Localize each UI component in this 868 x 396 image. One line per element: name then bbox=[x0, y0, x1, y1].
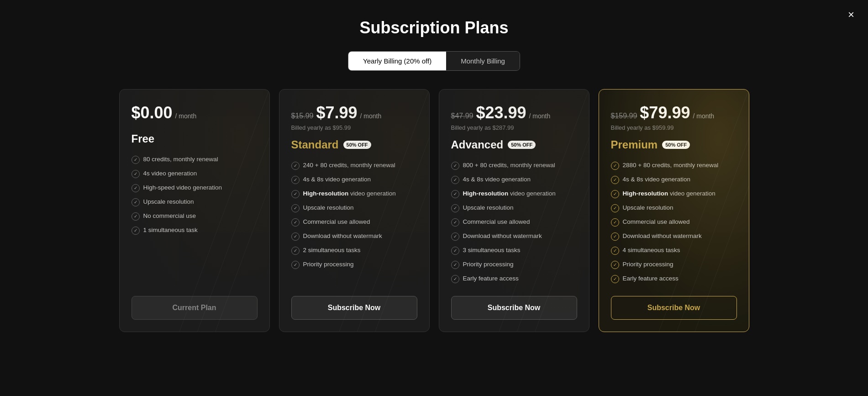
check-icon bbox=[451, 218, 459, 227]
price-main-standard: $7.99 bbox=[316, 103, 357, 122]
list-item: 1 simultaneous task bbox=[132, 226, 258, 235]
discount-badge-standard: 50% OFF bbox=[343, 141, 371, 149]
list-item: 4 simultaneous tasks bbox=[611, 246, 737, 255]
subscribe-button-premium[interactable]: Subscribe Now bbox=[611, 296, 737, 320]
check-icon bbox=[132, 184, 140, 192]
check-icon bbox=[611, 247, 619, 255]
list-item: 4s & 8s video generation bbox=[291, 175, 417, 184]
list-item: Download without watermark bbox=[451, 232, 577, 241]
price-main-free: $0.00 bbox=[132, 103, 173, 122]
feature-text: 3 simultaneous tasks bbox=[463, 246, 521, 255]
list-item: Priority processing bbox=[611, 260, 737, 269]
feature-text: Priority processing bbox=[623, 260, 673, 269]
list-item: Upscale resolution bbox=[611, 204, 737, 212]
plan-name-row-standard: Standard50% OFF bbox=[291, 138, 417, 151]
billing-toggle: Yearly Billing (20% off) Monthly Billing bbox=[348, 51, 520, 71]
price-row-premium: $159.99$79.99/ month bbox=[611, 103, 737, 122]
page-title: Subscription Plans bbox=[359, 18, 508, 37]
feature-text: Download without watermark bbox=[303, 232, 382, 241]
monthly-billing-button[interactable]: Monthly Billing bbox=[446, 52, 520, 70]
plan-card-advanced: $47.99$23.99/ monthBilled yearly as $287… bbox=[439, 89, 589, 332]
feature-text: 4s video generation bbox=[143, 169, 197, 178]
list-item: Commercial use allowed bbox=[451, 218, 577, 227]
check-icon bbox=[451, 261, 459, 269]
plans-container: $0.00/ monthFree80 credits, monthly rene… bbox=[115, 89, 754, 332]
check-icon bbox=[291, 162, 300, 170]
plan-name-advanced: Advanced bbox=[451, 138, 504, 151]
list-item: 4s & 8s video generation bbox=[611, 175, 737, 184]
check-icon bbox=[291, 261, 300, 269]
check-icon bbox=[291, 176, 300, 184]
subscribe-button-advanced[interactable]: Subscribe Now bbox=[451, 296, 577, 320]
list-item: 80 credits, monthly renewal bbox=[132, 155, 258, 164]
list-item: Priority processing bbox=[291, 260, 417, 269]
price-row-free: $0.00/ month bbox=[132, 103, 258, 122]
list-item: High-speed video generation bbox=[132, 184, 258, 192]
check-icon bbox=[291, 190, 300, 198]
price-main-advanced: $23.99 bbox=[476, 103, 526, 122]
feature-text: 1 simultaneous task bbox=[143, 226, 198, 235]
check-icon bbox=[611, 218, 619, 227]
price-period-premium: / month bbox=[693, 112, 714, 120]
feature-text: 800 + 80 credits, monthly renewal bbox=[463, 161, 555, 170]
plan-card-free: $0.00/ monthFree80 credits, monthly rene… bbox=[119, 89, 270, 332]
list-item: 4s video generation bbox=[132, 169, 258, 178]
price-period-standard: / month bbox=[360, 112, 382, 120]
list-item: High-resolution video generation bbox=[451, 190, 577, 198]
feature-text: No commercial use bbox=[143, 212, 196, 221]
list-item: 2 simultaneous tasks bbox=[291, 246, 417, 255]
check-icon bbox=[611, 232, 619, 241]
check-icon bbox=[451, 232, 459, 241]
features-list-advanced: 800 + 80 credits, monthly renewal4s & 8s… bbox=[451, 161, 577, 283]
price-billed-advanced: Billed yearly as $287.99 bbox=[451, 124, 577, 131]
check-icon bbox=[611, 261, 619, 269]
feature-text: 4s & 8s video generation bbox=[303, 175, 371, 184]
feature-text: Priority processing bbox=[303, 260, 354, 269]
check-icon bbox=[611, 162, 619, 170]
subscribe-button-standard[interactable]: Subscribe Now bbox=[291, 296, 417, 320]
yearly-billing-button[interactable]: Yearly Billing (20% off) bbox=[348, 52, 446, 70]
features-list-standard: 240 + 80 credits, monthly renewal4s & 8s… bbox=[291, 161, 417, 283]
feature-text: Upscale resolution bbox=[303, 204, 354, 212]
check-icon bbox=[611, 275, 619, 283]
feature-text: High-speed video generation bbox=[143, 184, 222, 192]
plan-name-premium: Premium bbox=[611, 138, 658, 151]
check-icon bbox=[132, 227, 140, 235]
price-original-standard: $15.99 bbox=[291, 112, 314, 120]
discount-badge-premium: 50% OFF bbox=[662, 141, 690, 149]
list-item: 4s & 8s video generation bbox=[451, 175, 577, 184]
feature-text: Priority processing bbox=[463, 260, 514, 269]
plan-name-free: Free bbox=[132, 132, 155, 145]
feature-text: 80 credits, monthly renewal bbox=[143, 155, 218, 164]
price-main-premium: $79.99 bbox=[640, 103, 690, 122]
list-item: Early feature access bbox=[451, 275, 577, 283]
price-period-free: / month bbox=[175, 112, 197, 120]
list-item: Upscale resolution bbox=[291, 204, 417, 212]
price-original-premium: $159.99 bbox=[611, 112, 637, 120]
subscribe-button-free[interactable]: Current Plan bbox=[132, 296, 258, 320]
list-item: High-resolution video generation bbox=[291, 190, 417, 198]
list-item: High-resolution video generation bbox=[611, 190, 737, 198]
modal-overlay: × Subscription Plans Yearly Billing (20%… bbox=[0, 0, 868, 396]
check-icon bbox=[291, 232, 300, 241]
feature-text: 4s & 8s video generation bbox=[623, 175, 691, 184]
features-list-free: 80 credits, monthly renewal4s video gene… bbox=[132, 155, 258, 283]
plan-name-row-premium: Premium50% OFF bbox=[611, 138, 737, 151]
list-item: Early feature access bbox=[611, 275, 737, 283]
list-item: No commercial use bbox=[132, 212, 258, 221]
feature-text: Commercial use allowed bbox=[303, 218, 370, 227]
check-icon bbox=[291, 204, 300, 212]
feature-text: Upscale resolution bbox=[143, 198, 194, 206]
check-icon bbox=[291, 218, 300, 227]
plan-name-row-free: Free bbox=[132, 132, 258, 145]
list-item: 3 simultaneous tasks bbox=[451, 246, 577, 255]
feature-text: Commercial use allowed bbox=[623, 218, 690, 227]
close-button[interactable]: × bbox=[848, 9, 854, 20]
price-period-advanced: / month bbox=[529, 112, 551, 120]
check-icon bbox=[132, 198, 140, 206]
price-original-advanced: $47.99 bbox=[451, 112, 473, 120]
price-billed-standard: Billed yearly as $95.99 bbox=[291, 124, 417, 131]
check-icon bbox=[611, 176, 619, 184]
check-icon bbox=[451, 190, 459, 198]
price-billed-premium: Billed yearly as $959.99 bbox=[611, 124, 737, 131]
